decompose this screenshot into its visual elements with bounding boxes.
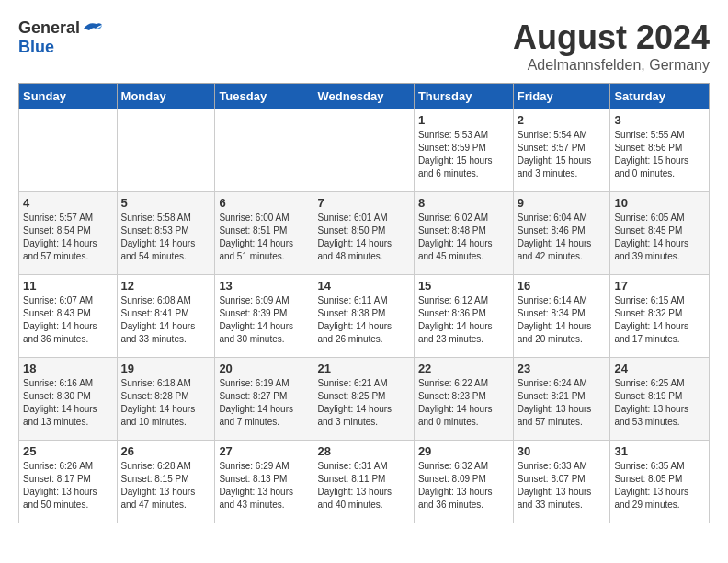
calendar-cell: 31Sunrise: 6:35 AM Sunset: 8:05 PM Dayli… xyxy=(610,441,710,523)
day-info: Sunrise: 6:11 AM Sunset: 8:38 PM Dayligh… xyxy=(317,294,409,346)
calendar-cell: 20Sunrise: 6:19 AM Sunset: 8:27 PM Dayli… xyxy=(215,358,313,441)
day-info: Sunrise: 5:55 AM Sunset: 8:56 PM Dayligh… xyxy=(614,129,705,180)
calendar-cell: 10Sunrise: 6:05 AM Sunset: 8:45 PM Dayli… xyxy=(610,192,710,275)
calendar-table: SundayMondayTuesdayWednesdayThursdayFrid… xyxy=(18,83,710,523)
day-info: Sunrise: 6:07 AM Sunset: 8:43 PM Dayligh… xyxy=(23,294,113,346)
day-info: Sunrise: 6:09 AM Sunset: 8:39 PM Dayligh… xyxy=(219,294,309,346)
calendar-cell: 30Sunrise: 6:33 AM Sunset: 8:07 PM Dayli… xyxy=(513,441,610,523)
day-number: 30 xyxy=(518,444,607,458)
day-number: 22 xyxy=(418,362,509,375)
calendar-cell: 7Sunrise: 6:01 AM Sunset: 8:50 PM Daylig… xyxy=(313,192,414,275)
day-info: Sunrise: 6:21 AM Sunset: 8:25 PM Dayligh… xyxy=(317,377,409,429)
logo: General Blue xyxy=(18,18,104,57)
calendar-header-sunday: Sunday xyxy=(19,84,118,109)
day-info: Sunrise: 5:53 AM Sunset: 8:59 PM Dayligh… xyxy=(418,129,509,180)
day-number: 10 xyxy=(614,196,705,210)
day-info: Sunrise: 6:04 AM Sunset: 8:46 PM Dayligh… xyxy=(518,212,607,263)
day-info: Sunrise: 6:16 AM Sunset: 8:30 PM Dayligh… xyxy=(23,377,113,429)
day-number: 2 xyxy=(518,113,607,127)
day-number: 12 xyxy=(121,279,211,293)
calendar-cell: 24Sunrise: 6:25 AM Sunset: 8:19 PM Dayli… xyxy=(610,358,710,441)
calendar-header-tuesday: Tuesday xyxy=(215,84,313,109)
calendar-cell: 1Sunrise: 5:53 AM Sunset: 8:59 PM Daylig… xyxy=(414,109,513,192)
page-header: General Blue August 2024 Adelmannsfelden… xyxy=(18,18,710,74)
day-number: 23 xyxy=(518,362,607,375)
calendar-week-row: 25Sunrise: 6:26 AM Sunset: 8:17 PM Dayli… xyxy=(19,441,710,523)
calendar-cell: 8Sunrise: 6:02 AM Sunset: 8:48 PM Daylig… xyxy=(414,192,513,275)
day-info: Sunrise: 6:28 AM Sunset: 8:15 PM Dayligh… xyxy=(121,460,211,511)
calendar-cell: 4Sunrise: 5:57 AM Sunset: 8:54 PM Daylig… xyxy=(19,192,118,275)
calendar-cell: 21Sunrise: 6:21 AM Sunset: 8:25 PM Dayli… xyxy=(313,358,414,441)
day-number: 9 xyxy=(518,196,607,210)
day-info: Sunrise: 6:12 AM Sunset: 8:36 PM Dayligh… xyxy=(418,294,509,346)
calendar-cell: 3Sunrise: 5:55 AM Sunset: 8:56 PM Daylig… xyxy=(610,109,710,192)
calendar-cell: 14Sunrise: 6:11 AM Sunset: 8:38 PM Dayli… xyxy=(313,275,414,358)
calendar-header-wednesday: Wednesday xyxy=(313,84,414,109)
calendar-cell: 22Sunrise: 6:22 AM Sunset: 8:23 PM Dayli… xyxy=(414,358,513,441)
day-info: Sunrise: 6:31 AM Sunset: 8:11 PM Dayligh… xyxy=(317,460,409,511)
calendar-body: 1Sunrise: 5:53 AM Sunset: 8:59 PM Daylig… xyxy=(19,109,710,523)
day-number: 4 xyxy=(23,196,113,210)
title-section: August 2024 Adelmannsfelden, Germany xyxy=(513,18,710,74)
day-number: 14 xyxy=(317,279,409,293)
location-subtitle: Adelmannsfelden, Germany xyxy=(513,57,710,74)
day-number: 20 xyxy=(219,362,309,375)
logo-bird-icon xyxy=(82,19,104,38)
calendar-cell: 18Sunrise: 6:16 AM Sunset: 8:30 PM Dayli… xyxy=(19,358,118,441)
day-info: Sunrise: 6:22 AM Sunset: 8:23 PM Dayligh… xyxy=(418,377,509,429)
day-number: 16 xyxy=(518,279,607,293)
calendar-week-row: 11Sunrise: 6:07 AM Sunset: 8:43 PM Dayli… xyxy=(19,275,710,358)
calendar-cell: 2Sunrise: 5:54 AM Sunset: 8:57 PM Daylig… xyxy=(513,109,610,192)
day-number: 25 xyxy=(23,444,113,458)
day-number: 3 xyxy=(614,113,705,127)
calendar-cell xyxy=(19,109,118,192)
day-info: Sunrise: 6:14 AM Sunset: 8:34 PM Dayligh… xyxy=(518,294,607,346)
day-number: 11 xyxy=(23,279,113,293)
day-number: 28 xyxy=(317,444,409,458)
calendar-cell: 12Sunrise: 6:08 AM Sunset: 8:41 PM Dayli… xyxy=(117,275,215,358)
day-info: Sunrise: 5:58 AM Sunset: 8:53 PM Dayligh… xyxy=(121,212,211,263)
calendar-cell: 28Sunrise: 6:31 AM Sunset: 8:11 PM Dayli… xyxy=(313,441,414,523)
month-year-title: August 2024 xyxy=(513,18,710,57)
day-info: Sunrise: 5:57 AM Sunset: 8:54 PM Dayligh… xyxy=(23,212,113,263)
day-number: 21 xyxy=(317,362,409,375)
day-number: 13 xyxy=(219,279,309,293)
calendar-cell: 23Sunrise: 6:24 AM Sunset: 8:21 PM Dayli… xyxy=(513,358,610,441)
calendar-cell: 26Sunrise: 6:28 AM Sunset: 8:15 PM Dayli… xyxy=(117,441,215,523)
logo-blue-text: Blue xyxy=(18,38,54,57)
day-number: 29 xyxy=(418,444,509,458)
day-info: Sunrise: 5:54 AM Sunset: 8:57 PM Dayligh… xyxy=(518,129,607,180)
day-info: Sunrise: 6:15 AM Sunset: 8:32 PM Dayligh… xyxy=(614,294,705,346)
calendar-cell: 17Sunrise: 6:15 AM Sunset: 8:32 PM Dayli… xyxy=(610,275,710,358)
day-info: Sunrise: 6:19 AM Sunset: 8:27 PM Dayligh… xyxy=(219,377,309,429)
day-number: 26 xyxy=(121,444,211,458)
calendar-header-friday: Friday xyxy=(513,84,610,109)
calendar-week-row: 1Sunrise: 5:53 AM Sunset: 8:59 PM Daylig… xyxy=(19,109,710,192)
day-info: Sunrise: 6:32 AM Sunset: 8:09 PM Dayligh… xyxy=(418,460,509,511)
calendar-cell: 9Sunrise: 6:04 AM Sunset: 8:46 PM Daylig… xyxy=(513,192,610,275)
day-info: Sunrise: 6:35 AM Sunset: 8:05 PM Dayligh… xyxy=(614,460,705,511)
day-number: 18 xyxy=(23,362,113,375)
day-number: 15 xyxy=(418,279,509,293)
day-info: Sunrise: 6:01 AM Sunset: 8:50 PM Dayligh… xyxy=(317,212,409,263)
day-info: Sunrise: 6:08 AM Sunset: 8:41 PM Dayligh… xyxy=(121,294,211,346)
day-number: 6 xyxy=(219,196,309,210)
calendar-header-saturday: Saturday xyxy=(610,84,710,109)
day-number: 19 xyxy=(121,362,211,375)
calendar-cell: 29Sunrise: 6:32 AM Sunset: 8:09 PM Dayli… xyxy=(414,441,513,523)
calendar-cell: 19Sunrise: 6:18 AM Sunset: 8:28 PM Dayli… xyxy=(117,358,215,441)
calendar-header-monday: Monday xyxy=(117,84,215,109)
calendar-cell: 27Sunrise: 6:29 AM Sunset: 8:13 PM Dayli… xyxy=(215,441,313,523)
logo-general-text: General xyxy=(18,18,80,38)
day-number: 8 xyxy=(418,196,509,210)
day-number: 24 xyxy=(614,362,705,375)
calendar-header-row: SundayMondayTuesdayWednesdayThursdayFrid… xyxy=(19,84,710,109)
calendar-cell: 25Sunrise: 6:26 AM Sunset: 8:17 PM Dayli… xyxy=(19,441,118,523)
day-info: Sunrise: 6:00 AM Sunset: 8:51 PM Dayligh… xyxy=(219,212,309,263)
calendar-cell: 15Sunrise: 6:12 AM Sunset: 8:36 PM Dayli… xyxy=(414,275,513,358)
day-info: Sunrise: 6:25 AM Sunset: 8:19 PM Dayligh… xyxy=(614,377,705,429)
calendar-cell: 16Sunrise: 6:14 AM Sunset: 8:34 PM Dayli… xyxy=(513,275,610,358)
day-number: 7 xyxy=(317,196,409,210)
calendar-week-row: 18Sunrise: 6:16 AM Sunset: 8:30 PM Dayli… xyxy=(19,358,710,441)
calendar-week-row: 4Sunrise: 5:57 AM Sunset: 8:54 PM Daylig… xyxy=(19,192,710,275)
